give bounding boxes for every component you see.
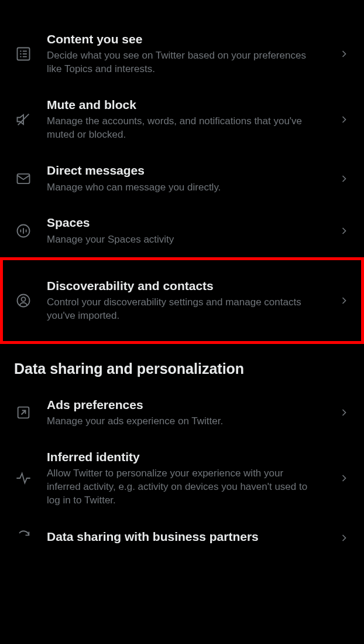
contacts-person-icon xyxy=(14,291,33,310)
settings-item-data-sharing-partners[interactable]: Data sharing with business partners xyxy=(0,518,364,558)
item-subtitle: Manage your ads experience on Twitter. xyxy=(47,415,320,428)
chevron-right-icon xyxy=(338,48,350,60)
item-title: Ads preferences xyxy=(47,397,320,413)
svg-point-14 xyxy=(18,294,30,306)
item-subtitle: Manage your Spaces activity xyxy=(47,233,320,247)
activity-pulse-icon xyxy=(14,469,33,488)
item-subtitle: Manage who can message you directly. xyxy=(47,181,320,195)
section-header-data-sharing: Data sharing and personalization xyxy=(0,344,364,387)
settings-item-ads-preferences[interactable]: Ads preferences Manage your ads experien… xyxy=(0,387,364,439)
item-subtitle: Allow Twitter to personalize your experi… xyxy=(47,467,320,507)
item-title: Direct messages xyxy=(47,163,320,178)
chevron-right-icon xyxy=(338,295,350,306)
svg-rect-9 xyxy=(18,174,30,183)
item-title: Spaces xyxy=(47,215,320,230)
chevron-right-icon xyxy=(338,173,350,185)
sync-arrows-icon xyxy=(14,529,33,547)
item-subtitle: Control your discoverability settings an… xyxy=(47,296,320,323)
svg-line-17 xyxy=(22,411,26,415)
chevron-right-icon xyxy=(338,407,350,418)
chevron-right-icon xyxy=(338,114,350,125)
item-title: Data sharing with business partners xyxy=(47,529,320,544)
svg-point-15 xyxy=(22,297,26,301)
item-title: Inferred identity xyxy=(47,449,320,465)
item-text: Inferred identity Allow Twitter to perso… xyxy=(47,449,324,507)
item-text: Discoverability and contacts Control you… xyxy=(47,278,324,323)
item-subtitle: Decide what you see on Twitter based on … xyxy=(47,49,320,76)
envelope-icon xyxy=(14,169,33,188)
chevron-right-icon xyxy=(338,532,350,544)
item-title: Content you see xyxy=(47,32,320,47)
settings-item-content-you-see[interactable]: Content you see Decide what you see on T… xyxy=(0,21,364,87)
item-text: Ads preferences Manage your ads experien… xyxy=(47,397,324,428)
settings-list: Content you see Decide what you see on T… xyxy=(0,0,364,558)
item-title: Mute and block xyxy=(47,97,320,113)
item-text: Mute and block Manage the accounts, word… xyxy=(47,97,324,142)
settings-item-inferred-identity[interactable]: Inferred identity Allow Twitter to perso… xyxy=(0,439,364,518)
settings-item-direct-messages[interactable]: Direct messages Manage who can message y… xyxy=(0,152,364,205)
settings-item-discoverability[interactable]: Discoverability and contacts Control you… xyxy=(0,257,364,344)
item-text: Data sharing with business partners xyxy=(47,529,324,547)
item-text: Spaces Manage your Spaces activity xyxy=(47,215,324,246)
item-title: Discoverability and contacts xyxy=(47,278,320,294)
item-text: Direct messages Manage who can message y… xyxy=(47,163,324,194)
chevron-right-icon xyxy=(338,225,350,237)
spaces-mic-icon xyxy=(14,222,33,240)
item-text: Content you see Decide what you see on T… xyxy=(47,32,324,76)
mute-icon xyxy=(14,110,33,129)
ads-arrow-box-icon xyxy=(14,403,33,422)
settings-item-mute-block[interactable]: Mute and block Manage the accounts, word… xyxy=(0,87,364,152)
content-list-icon xyxy=(14,45,33,63)
settings-item-spaces[interactable]: Spaces Manage your Spaces activity xyxy=(0,205,364,257)
chevron-right-icon xyxy=(338,472,350,484)
item-subtitle: Manage the accounts, words, and notifica… xyxy=(47,115,320,142)
